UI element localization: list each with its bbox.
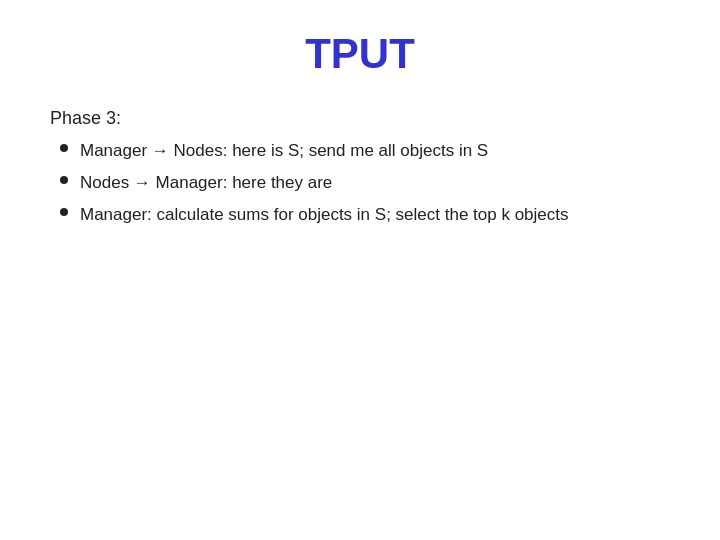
bullet-dot-icon	[60, 208, 68, 216]
slide-title: TPUT	[305, 30, 415, 77]
bullet-text-3: Manager: calculate sums for objects in S…	[80, 203, 680, 227]
list-item: Manager: calculate sums for objects in S…	[60, 203, 680, 227]
phase-label: Phase 3:	[50, 108, 680, 129]
bullet-list: Manager → Nodes: here is S; send me all …	[50, 139, 680, 226]
slide-container: TPUT Phase 3: Manager → Nodes: here is S…	[0, 0, 720, 540]
bullet-text-2: Nodes → Manager: here they are	[80, 171, 680, 195]
bullet-text-1: Manager → Nodes: here is S; send me all …	[80, 139, 680, 163]
bullet-dot-icon	[60, 144, 68, 152]
list-item: Manager → Nodes: here is S; send me all …	[60, 139, 680, 163]
list-item: Nodes → Manager: here they are	[60, 171, 680, 195]
title-area: TPUT	[40, 30, 680, 78]
content-area: Phase 3: Manager → Nodes: here is S; sen…	[40, 108, 680, 234]
bullet-dot-icon	[60, 176, 68, 184]
